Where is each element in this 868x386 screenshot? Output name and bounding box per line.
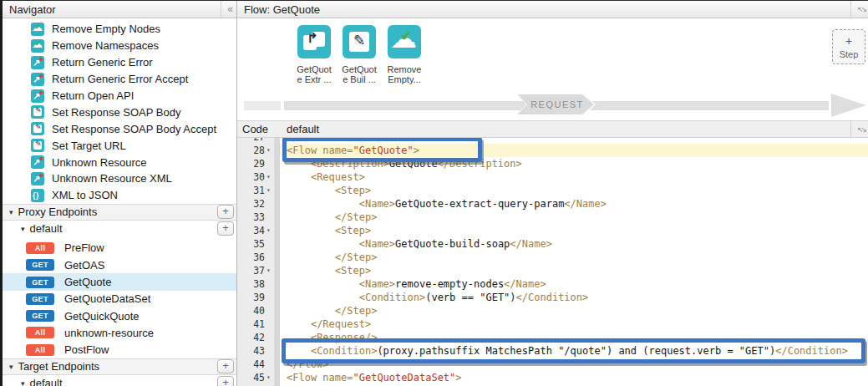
endpoint-item-getquickquote[interactable]: GETGetQuickQuote: [3, 307, 236, 324]
pencil-glyph: ✎: [353, 32, 365, 49]
fold-icon[interactable]: ▾: [265, 170, 272, 184]
add-flow-button[interactable]: +: [217, 221, 234, 236]
red-dot: [39, 174, 43, 177]
flow-step[interactable]: ↱GetQuot e Extr ...: [292, 25, 337, 84]
code-line[interactable]: <Request>: [280, 170, 868, 184]
code-token: [287, 251, 335, 263]
code-line[interactable]: <Description>GetQuote</Description>: [280, 157, 868, 170]
code-token: </Flow>: [287, 358, 329, 370]
policy-item[interactable]: ✎Set Response SOAP Body: [3, 104, 236, 120]
expand-icon[interactable]: ↖↘: [850, 1, 868, 18]
endpoint-item-getquote[interactable]: GETGetQuote: [3, 273, 236, 290]
expand-icon[interactable]: ↖↘: [850, 121, 868, 137]
fold-icon[interactable]: ▾: [265, 144, 272, 157]
fold-icon[interactable]: ▾: [265, 224, 272, 237]
extract-variables-icon[interactable]: ↱: [297, 25, 331, 58]
caret-down-icon[interactable]: ▾: [21, 225, 25, 233]
section-label: Proxy Endpoints: [18, 206, 98, 218]
code-line[interactable]: <Step>: [280, 224, 868, 237]
code-line[interactable]: </Step>: [280, 211, 868, 224]
line-number: 34: [253, 224, 265, 237]
code-line[interactable]: <Name>GetQuote-build-soap</Name>: [280, 237, 868, 251]
code-token: </Request>: [311, 318, 371, 330]
policy-item[interactable]: ↗Return Generic Error Accept: [3, 71, 236, 88]
doc-shape: ✎: [33, 108, 42, 116]
red-dot: [39, 157, 43, 160]
code-token: <Response/>: [311, 332, 377, 343]
proxy-group-default[interactable]: ▾ default +: [3, 221, 236, 237]
gutter-line: 35: [237, 237, 274, 251]
policy-item[interactable]: ↗Return Open API: [3, 88, 236, 104]
code-line[interactable]: <Step>: [280, 264, 868, 277]
endpoint-name: GetQuickQuote: [64, 310, 140, 323]
policy-item[interactable]: ☁✔Remove Empty Nodes: [3, 21, 236, 38]
endpoint-item-getquotedataset[interactable]: GETGetQuoteDataSet: [3, 291, 236, 307]
gutter-line: 28▾: [237, 144, 274, 157]
code-line[interactable]: <Name>GetQuote-extract-query-param</Name…: [280, 197, 868, 211]
add-flow-button[interactable]: +: [217, 376, 234, 386]
navigator-body: ☁✔Remove Empty Nodes☁✔Remove Namespaces↗…: [3, 18, 236, 386]
code-line[interactable]: <Step>: [280, 184, 868, 197]
red-dot: [39, 91, 43, 94]
code-line[interactable]: <Condition>(proxy.pathsuffix MatchesPath…: [280, 344, 868, 358]
code-line[interactable]: </Flow>: [280, 138, 868, 144]
code-line[interactable]: <Name>remove-empty-nodes</Name>: [280, 277, 868, 291]
collapse-panel-icon[interactable]: «: [221, 1, 236, 18]
raise-fault-icon: ↗: [31, 89, 44, 103]
fold-icon[interactable]: ▾: [265, 184, 272, 197]
policy-item[interactable]: { }XML to JSON: [3, 187, 236, 204]
policy-item[interactable]: ☁✔Remove Namespaces: [3, 38, 236, 54]
target-group-default[interactable]: ▾ default +: [3, 375, 236, 386]
group-label: default: [30, 222, 63, 235]
policy-label: XML to JSON: [52, 189, 118, 201]
endpoint-item-preflow[interactable]: AllPreFlow: [3, 240, 236, 256]
policy-item[interactable]: ↗Unknown Resource XML: [3, 170, 236, 187]
method-badge: GET: [26, 259, 54, 271]
endpoint-item-getoas[interactable]: GETGetOAS: [3, 256, 236, 273]
section-proxy-endpoints[interactable]: ▾ Proxy Endpoints +: [3, 204, 236, 221]
request-banner[interactable]: REQUEST: [515, 93, 596, 116]
fold-icon[interactable]: ▾: [265, 371, 272, 384]
code-token: [287, 225, 335, 236]
code-line[interactable]: <Flow name="GetQuote">: [280, 144, 868, 157]
line-number: 30: [253, 170, 265, 184]
code-token: GetQuote-extract-query-param: [395, 198, 564, 210]
add-proxy-endpoint-button[interactable]: +: [217, 205, 234, 219]
fold-icon[interactable]: ▾: [265, 264, 272, 277]
code-line[interactable]: <Condition>(verb == "GET")</Condition>: [280, 291, 868, 304]
caret-down-icon[interactable]: ▾: [9, 208, 13, 216]
caret-down-icon[interactable]: ▾: [9, 363, 13, 371]
flow-steps: ↱GetQuot e Extr ...✎GetQuot e Buil ...☁✔…: [292, 25, 427, 84]
code-token: </Condition>: [775, 345, 848, 357]
endpoint-item-postflow[interactable]: AllPostFlow: [3, 342, 236, 358]
add-target-endpoint-button[interactable]: +: [217, 359, 234, 373]
cloud-check-icon[interactable]: ☁✔: [388, 25, 421, 58]
policy-item[interactable]: ✎Set Response SOAP Body Accept: [3, 120, 236, 137]
flow-step[interactable]: ✎GetQuot e Buil ...: [337, 25, 382, 84]
endpoint-item-unknown-resource[interactable]: Allunknown-resource: [3, 324, 236, 341]
code-token: "GetQuote": [353, 145, 413, 156]
code-line[interactable]: <Response/>: [280, 331, 868, 344]
section-target-endpoints[interactable]: ▾ Target Endpoints +: [3, 358, 236, 375]
policy-item[interactable]: ↗Unknown Resource: [3, 154, 236, 170]
code-editor[interactable]: 2728▾2930▾31▾323334▾353637▾3839404142434…: [237, 138, 868, 386]
policy-item[interactable]: ↗Return Generic Error: [3, 54, 236, 71]
code-token: GetQuote: [389, 158, 438, 170]
line-number: 33: [253, 211, 265, 224]
code-line[interactable]: <Flow name="GetQuoteDataSet">: [280, 371, 868, 384]
flow-step[interactable]: ☁✔Remove Empty...: [382, 25, 427, 84]
code-line[interactable]: </Step>: [280, 304, 868, 317]
line-number: 37: [253, 264, 265, 277]
code-line[interactable]: </Request>: [280, 317, 868, 331]
add-step-button[interactable]: + Step: [832, 29, 865, 64]
caret-down-icon[interactable]: ▾: [21, 379, 25, 386]
code-tab-default[interactable]: default: [287, 123, 319, 135]
code-token: </Step>: [335, 251, 378, 263]
navigator-panel: Navigator « ☁✔Remove Empty Nodes☁✔Remove…: [3, 1, 237, 386]
code-line[interactable]: </Flow>: [280, 358, 868, 371]
policy-item[interactable]: ✎Set Target URL: [3, 137, 236, 154]
assign-message-icon: ✎: [31, 105, 44, 119]
code-line[interactable]: </Step>: [280, 251, 868, 264]
line-number: 32: [253, 197, 265, 211]
assign-message-icon[interactable]: ✎: [343, 25, 376, 58]
